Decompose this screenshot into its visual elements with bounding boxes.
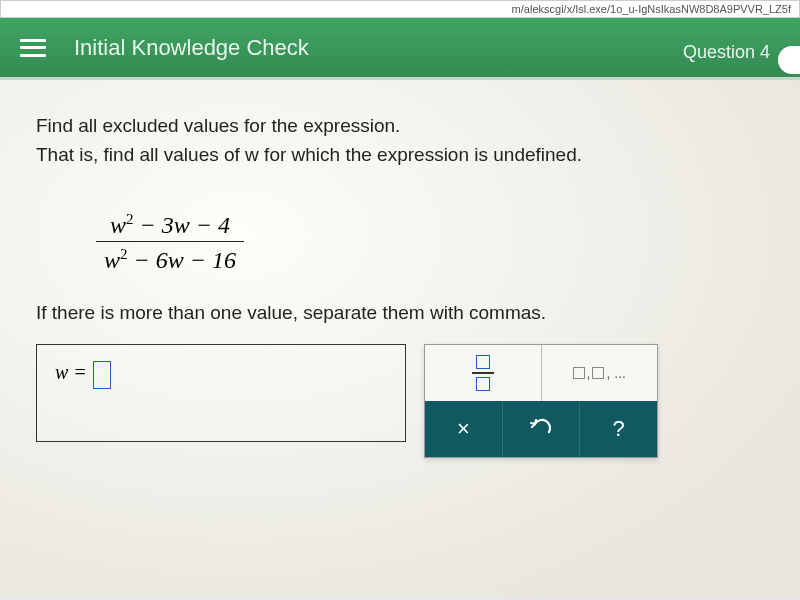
- menu-hamburger-icon[interactable]: [20, 39, 46, 57]
- browser-url-bar: m/alekscgi/x/Isl.exe/1o_u-IgNsIkasNW8D8A…: [0, 0, 800, 18]
- tool-clear-button[interactable]: ×: [425, 401, 503, 457]
- fraction-icon: [472, 355, 494, 391]
- answer-instruction: If there is more than one value, separat…: [36, 302, 764, 324]
- fraction-display: w2 − 3w − 4 w2 − 6w − 16: [96, 211, 244, 274]
- prompt-line-2: That is, find all values of w for which …: [36, 144, 582, 165]
- undo-icon: [529, 416, 553, 442]
- close-icon: ×: [457, 416, 470, 442]
- answer-row: w = ,, ... ×: [36, 344, 764, 458]
- tool-list-button[interactable]: ,, ...: [542, 345, 658, 401]
- fraction-denominator: w2 − 6w − 16: [96, 241, 244, 274]
- tool-undo-button[interactable]: [503, 401, 581, 457]
- question-number-label: Question 4: [683, 42, 770, 63]
- math-expression: w2 − 3w − 4 w2 − 6w − 16: [96, 211, 244, 274]
- tool-fraction-button[interactable]: [425, 345, 542, 401]
- answer-prefix: w =: [55, 361, 87, 384]
- help-icon: ?: [613, 416, 625, 442]
- tool-help-button[interactable]: ?: [580, 401, 657, 457]
- problem-content: Find all excluded values for the express…: [0, 80, 800, 597]
- problem-prompt: Find all excluded values for the express…: [36, 112, 764, 169]
- math-tool-palette: ,, ... × ?: [424, 344, 658, 458]
- answer-input-box[interactable]: w =: [36, 344, 406, 442]
- header-progress-dot: [778, 46, 800, 74]
- page-title: Initial Knowledge Check: [74, 35, 309, 61]
- list-icon: ,, ...: [573, 365, 626, 381]
- fraction-numerator: w2 − 3w − 4: [96, 211, 244, 241]
- prompt-line-1: Find all excluded values for the express…: [36, 115, 400, 136]
- answer-input-field[interactable]: [93, 361, 111, 389]
- app-header: Initial Knowledge Check Question 4: [0, 18, 800, 80]
